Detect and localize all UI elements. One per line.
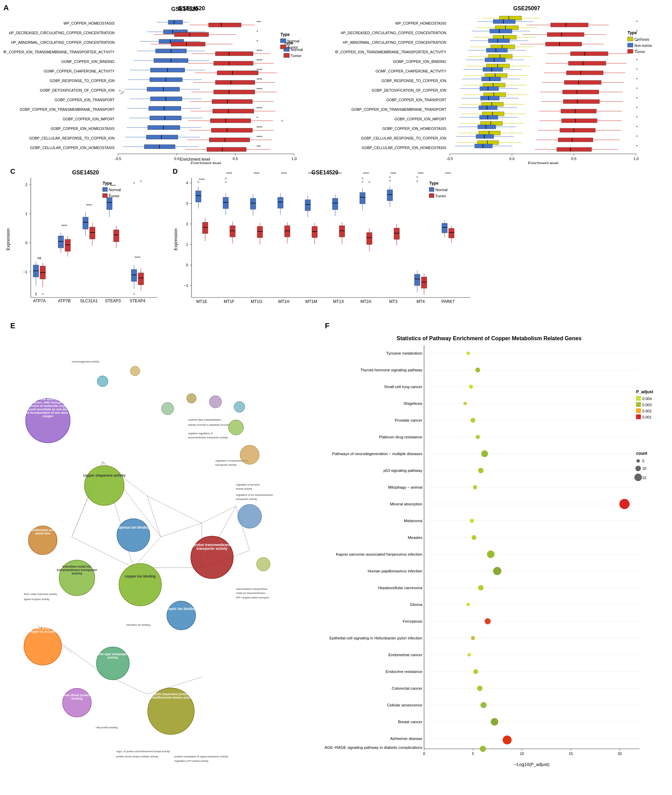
svg-point-547: [229, 420, 243, 435]
svg-text:****: ****: [445, 172, 451, 176]
svg-text:catecholamine biosynthesis: catecholamine biosynthesis: [236, 587, 267, 590]
svg-line-492: [147, 496, 202, 523]
svg-text:20: 20: [618, 752, 622, 756]
svg-text:****: ****: [256, 58, 262, 62]
svg-text:GOBP_CELLULAR_RESPONSE_TO_COPP: GOBP_CELLULAR_RESPONSE_TO_COPPER_ION: [29, 136, 115, 140]
svg-rect-302: [557, 147, 592, 152]
svg-text:****: ****: [256, 135, 262, 139]
svg-rect-64: [214, 61, 253, 65]
svg-text:regulation of PI kinase activi: regulation of PI kinase activity: [174, 760, 208, 763]
svg-text:HP_DECREASED_CIRCULATING_COPPE: HP_DECREASED_CIRCULATING_COPPER_CONCENTR…: [341, 31, 446, 35]
svg-point-368: [133, 293, 135, 295]
svg-text:Human papillomavirus infection: Human papillomavirus infection: [368, 569, 422, 573]
svg-rect-282: [560, 128, 595, 132]
svg-text:cysteine-type endopeptidase...: cysteine-type endopeptidase...: [188, 418, 223, 421]
svg-rect-259: [479, 106, 497, 110]
svg-point-640: [503, 736, 512, 744]
svg-point-409: [225, 178, 226, 179]
svg-text:****: ****: [636, 106, 642, 110]
svg-text:regul. of protein serine/threo: regul. of protein serine/threonine kinas…: [116, 750, 170, 753]
svg-point-618: [475, 368, 480, 373]
svg-text:15: 15: [642, 476, 646, 480]
svg-text:****: ****: [256, 87, 262, 91]
svg-point-462: [389, 176, 390, 178]
svg-text:WP_COPPER_HOMEOSTASIS: WP_COPPER_HOMEOSTASIS: [64, 21, 115, 25]
svg-text:Alzheimer disease: Alzheimer disease: [390, 737, 422, 741]
svg-point-87: [119, 90, 120, 91]
svg-rect-476: [442, 223, 447, 233]
svg-rect-101: [213, 109, 254, 113]
svg-text:0.0: 0.0: [174, 157, 179, 161]
svg-point-546: [234, 401, 245, 413]
svg-point-635: [467, 653, 471, 656]
svg-text:Normal: Normal: [109, 188, 121, 192]
svg-text:HP_DECREASED_CIRCULATING_COPPE: HP_DECREASED_CIRCULATING_COPPER_CONCENTR…: [9, 31, 115, 35]
svg-text:****: ****: [636, 135, 642, 139]
svg-point-89: [121, 93, 122, 94]
svg-rect-43: [174, 32, 209, 37]
svg-text:5: 5: [472, 752, 474, 756]
svg-text:HP_ABNORMAL_CIRCULATING_COPPER: HP_ABNORMAL_CIRCULATING_COPPER_CONCENTRA…: [11, 40, 115, 45]
svg-rect-209: [485, 58, 506, 62]
svg-text:0.0: 0.0: [509, 157, 514, 161]
svg-rect-199: [486, 48, 507, 52]
svg-text:STEAP3: STEAP3: [105, 299, 121, 303]
svg-text:Type: Type: [627, 30, 637, 35]
svg-point-550: [256, 557, 270, 571]
svg-text:Non-tumor: Non-tumor: [634, 43, 652, 48]
svg-rect-127: [144, 145, 175, 149]
svg-text:ATP coupled cation transport..: ATP coupled cation transport...: [236, 596, 271, 599]
svg-rect-440: [339, 226, 345, 237]
svg-text:Pathways of neurodegeneration : Pathways of neurodegeneration − multiple…: [332, 452, 422, 456]
svg-rect-406: [230, 226, 235, 237]
svg-point-544: [187, 394, 196, 403]
svg-text:D: D: [173, 168, 178, 175]
svg-text:10: 10: [642, 466, 646, 470]
svg-rect-212: [568, 61, 606, 65]
svg-text:****: ****: [134, 256, 141, 260]
panel-d-legend: Type Normal Tumor: [429, 181, 447, 198]
svg-line-493: [161, 523, 202, 537]
svg-text:−1: −1: [23, 270, 27, 274]
svg-text:GOBP_DETOXIFICATION_OF_COPPER_: GOBP_DETOXIFICATION_OF_COPPER_ION: [40, 88, 115, 92]
svg-text:GOBP_DETOXIFICATION_OF_COPPER_: GOBP_DETOXIFICATION_OF_COPPER_ION: [372, 88, 446, 92]
svg-text:*: *: [256, 116, 258, 120]
svg-point-633: [485, 618, 491, 624]
svg-text:p53 signaling pathway: p53 signaling pathway: [383, 469, 422, 473]
svg-text:transmembrane transporter acti: transmembrane transporter activity: [188, 436, 228, 439]
svg-point-652: [637, 459, 640, 462]
svg-text:GOMF_COPPER_CHAPERONE_ACTIVITY: GOMF_COPPER_CHAPERONE_ACTIVITY: [376, 69, 446, 73]
svg-point-619: [469, 385, 473, 389]
svg-text:***: ***: [256, 145, 261, 149]
svg-rect-239: [480, 86, 499, 91]
svg-rect-413: [250, 198, 256, 209]
svg-text:MT1G: MT1G: [251, 299, 262, 304]
svg-text:****: ****: [636, 115, 642, 120]
svg-text:count: count: [636, 451, 647, 456]
svg-rect-113: [148, 125, 180, 130]
svg-rect-71: [217, 71, 258, 75]
svg-rect-50: [171, 42, 205, 46]
svg-rect-92: [150, 97, 182, 101]
svg-text:GOBP_RESPONSE_TO_COPPER_ION: GOBP_RESPONSE_TO_COPPER_ION: [50, 78, 115, 83]
svg-rect-372: [102, 187, 107, 192]
svg-text:GOBP_COPPER_ION_IMPORT: GOBP_COPPER_ION_IMPORT: [62, 117, 115, 121]
svg-rect-232: [564, 80, 601, 85]
svg-point-461: [389, 180, 390, 181]
svg-text:MT2A: MT2A: [360, 299, 371, 304]
svg-text:transition ion binding: transition ion binding: [126, 623, 150, 626]
svg-rect-353: [107, 198, 112, 210]
panel-f: F Statistics of Pathway Enrichment of Co…: [318, 318, 667, 790]
svg-point-638: [480, 702, 486, 708]
svg-point-333: [35, 294, 37, 296]
svg-text:****: ****: [256, 78, 262, 82]
svg-text:GOBP_COPPER_ION_TRANSPORT: GOBP_COPPER_ION_TRANSPORT: [55, 98, 115, 102]
panel-d: GSE14520 D Expression 4 3 2 1 0 −1 **** …: [171, 168, 479, 315]
svg-point-543: [162, 403, 174, 415]
svg-text:3: 3: [186, 202, 188, 205]
svg-rect-403: [223, 197, 229, 209]
svg-point-472: [416, 176, 418, 178]
svg-point-549: [238, 504, 262, 528]
svg-rect-120: [146, 135, 178, 139]
svg-text:-0.5: -0.5: [446, 157, 453, 161]
